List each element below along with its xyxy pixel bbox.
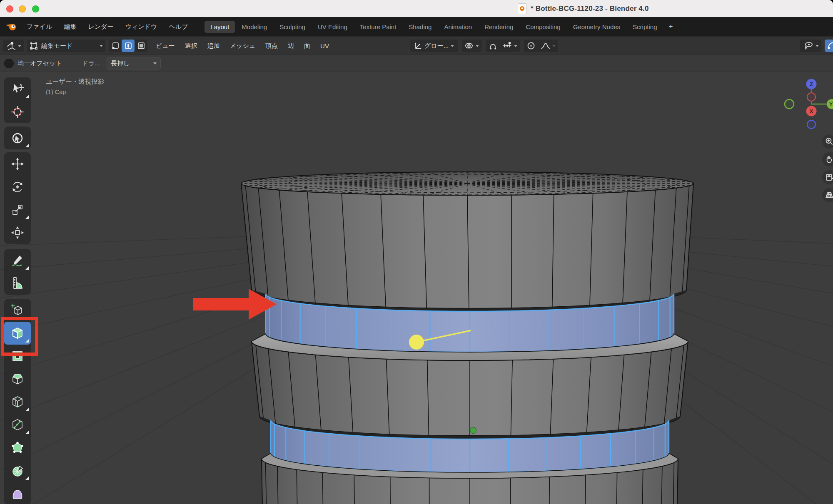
chevron-down-icon — [514, 45, 517, 47]
proportional-edit-icon — [526, 41, 536, 50]
editor-type-button[interactable] — [3, 40, 24, 52]
camera-view-button[interactable] — [822, 170, 833, 184]
tool-scale[interactable] — [4, 198, 31, 221]
menu-view[interactable]: ビュー — [151, 37, 180, 55]
tool-cursor-3d[interactable] — [4, 100, 31, 123]
top-menu-bar: ファイル 編集 レンダー ウィンドウ ヘルプ Layout Modeling S… — [0, 17, 833, 36]
zoom-view-button[interactable] — [822, 134, 833, 149]
toggle-perspective-button[interactable] — [822, 188, 833, 202]
tool-transform[interactable] — [4, 221, 31, 244]
menu-face[interactable]: 面 — [299, 37, 315, 55]
pan-view-button[interactable] — [822, 152, 833, 166]
tool-rotate[interactable] — [4, 175, 31, 198]
tab-shading[interactable]: Shading — [403, 21, 437, 33]
bottle-cap-mesh[interactable] — [241, 172, 693, 504]
drag-mode-value: 長押し — [111, 60, 130, 67]
vertex-select-button[interactable] — [109, 40, 122, 52]
snap-increment-icon — [502, 41, 512, 50]
menu-mesh[interactable]: メッシュ — [225, 37, 260, 55]
drag-label: ドラ... — [82, 60, 100, 67]
gizmo-minus-x-ball[interactable] — [807, 93, 816, 101]
face-select-button[interactable] — [135, 40, 147, 52]
menu-help[interactable]: ヘルプ — [163, 17, 194, 36]
menu-edge[interactable]: 辺 — [283, 37, 299, 55]
tool-group-indicator — [25, 216, 29, 219]
tool-bevel[interactable] — [4, 367, 31, 390]
tab-geometry-nodes[interactable]: Geometry Nodes — [567, 21, 626, 33]
tool-annotate[interactable] — [4, 249, 31, 272]
navigation-gizmo[interactable]: Z Y X — [780, 67, 833, 138]
menu-add[interactable]: 追加 — [202, 37, 225, 55]
transform-orientation-dropdown[interactable]: グロー... — [410, 40, 458, 52]
zoom-window-button[interactable] — [32, 5, 39, 12]
gizmo-minus-y-ball[interactable] — [785, 99, 794, 109]
tab-compositing[interactable]: Compositing — [520, 21, 566, 33]
proportional-falloff-dropdown[interactable] — [538, 40, 558, 52]
close-window-button[interactable] — [6, 5, 13, 12]
tool-select-tweak[interactable] — [4, 77, 31, 100]
show-gizmo-button[interactable] — [825, 40, 833, 52]
add-cube-icon — [10, 303, 25, 318]
menu-file[interactable]: ファイル — [21, 17, 58, 36]
tab-uv-editing[interactable]: UV Editing — [312, 21, 353, 33]
select-tweak-icon — [10, 82, 25, 97]
tool-measure[interactable] — [4, 272, 31, 295]
tool-loop-cut[interactable] — [4, 390, 31, 413]
rotate-icon — [10, 179, 25, 194]
tool-knife[interactable] — [4, 413, 31, 436]
tool-move[interactable] — [4, 152, 31, 175]
drag-mode-dropdown[interactable]: 長押し — [107, 57, 161, 70]
loop-cut-icon — [10, 395, 25, 410]
edge-select-button[interactable] — [122, 40, 135, 52]
tool-smooth[interactable] — [4, 482, 31, 504]
gizmo-icon — [827, 41, 833, 50]
tool-select-circle[interactable] — [4, 127, 31, 149]
tab-sculpting[interactable]: Sculpting — [274, 21, 311, 33]
edge-select-icon — [124, 42, 132, 50]
pivot-point-dropdown[interactable] — [462, 40, 481, 52]
move-icon — [10, 156, 25, 171]
proportional-edit-toggle[interactable] — [524, 40, 538, 52]
minimize-window-button[interactable] — [19, 5, 26, 12]
menu-vertex[interactable]: 頂点 — [260, 37, 283, 55]
tab-modeling[interactable]: Modeling — [236, 21, 273, 33]
viewport-header: 編集モード — [0, 36, 833, 55]
document-icon — [518, 3, 527, 14]
gizmo-minus-z-ball[interactable] — [807, 120, 816, 129]
add-workspace-button[interactable]: + — [663, 20, 678, 33]
mode-dropdown[interactable]: 編集モード — [27, 40, 105, 52]
visibility-dropdown[interactable] — [800, 40, 821, 52]
3d-viewport-canvas[interactable] — [0, 0, 833, 504]
tutorial-arrow-annotation — [190, 286, 281, 324]
hand-icon — [825, 155, 833, 164]
tool-poly-build[interactable] — [4, 436, 31, 459]
viewport-menus: ビュー 選択 追加 メッシュ 頂点 辺 面 UV — [151, 37, 334, 55]
even-offset-label: 均一オフセット — [17, 60, 62, 67]
vertex-select-icon — [111, 42, 120, 50]
mode-label: 編集モード — [41, 42, 73, 50]
menu-select[interactable]: 選択 — [180, 37, 202, 55]
snap-target-dropdown[interactable] — [500, 40, 520, 52]
snap-toggle-button[interactable] — [486, 40, 500, 52]
tab-animation[interactable]: Animation — [438, 21, 478, 33]
eye-cursor-icon — [803, 41, 813, 51]
menu-render[interactable]: レンダー — [82, 17, 119, 36]
chevron-down-icon — [816, 45, 819, 47]
gizmo-z-label: Z — [810, 81, 813, 87]
even-offset-toggle[interactable] — [4, 59, 14, 68]
tab-scripting[interactable]: Scripting — [627, 21, 663, 33]
blender-logo-icon[interactable] — [5, 22, 17, 32]
menu-edit[interactable]: 編集 — [58, 17, 82, 36]
tab-layout[interactable]: Layout — [205, 21, 235, 33]
3d-cursor-icon — [10, 104, 25, 119]
menu-uv[interactable]: UV — [315, 37, 334, 55]
chevron-down-icon — [153, 62, 157, 65]
tab-rendering[interactable]: Rendering — [479, 21, 519, 33]
tab-texture-paint[interactable]: Texture Paint — [354, 21, 402, 33]
active-object-label: (1) Cap — [46, 87, 104, 97]
editor-3d-viewport-icon — [6, 41, 16, 51]
chevron-down-icon — [18, 45, 21, 47]
menu-window[interactable]: ウィンドウ — [119, 17, 163, 36]
blender-window: * Bottle-BCG-1120-23 - Blender 4.0 ファイル … — [0, 0, 833, 504]
tool-spin[interactable] — [4, 459, 31, 482]
